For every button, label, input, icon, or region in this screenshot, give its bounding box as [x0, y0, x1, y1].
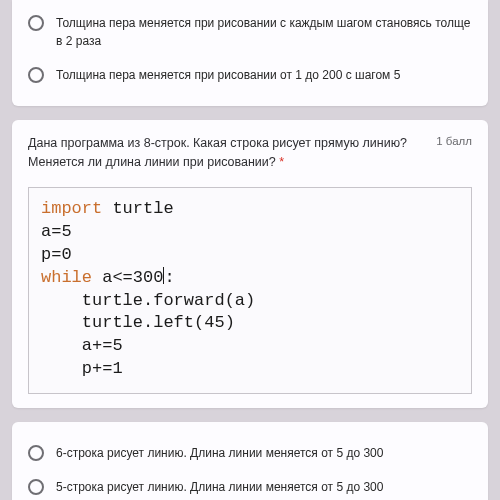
radio-icon[interactable]: [28, 67, 44, 83]
answer-option-text: 6-строка рисует линию. Длина линии меняе…: [56, 444, 383, 462]
code-line-6: turtle.left(45): [41, 313, 235, 332]
code-block: import turtle a=5 p=0 while a<=300: turt…: [28, 187, 472, 395]
code-line-7: a+=5: [41, 336, 123, 355]
code-line-3: p=0: [41, 245, 72, 264]
keyword-while: while: [41, 268, 92, 287]
prev-option-text: Толщина пера меняется при рисовании от 1…: [56, 66, 400, 84]
question-line2: Меняется ли длина линии при рисовании?: [28, 155, 276, 169]
answer-option-row[interactable]: 6-строка рисует линию. Длина линии меняе…: [28, 436, 472, 470]
answer-option-text: 5-строка рисует линию. Длина линии меняе…: [56, 478, 383, 496]
answers-card: 6-строка рисует линию. Длина линии меняе…: [12, 422, 488, 500]
points-label: 1 балл: [436, 134, 472, 147]
question-header: Дана программа из 8-строк. Какая строка …: [28, 134, 472, 173]
question-card: Дана программа из 8-строк. Какая строка …: [12, 120, 488, 408]
radio-icon[interactable]: [28, 15, 44, 31]
radio-icon[interactable]: [28, 479, 44, 495]
code-line-4-rest: a<=300: [92, 268, 163, 287]
code-line-5: turtle.forward(a): [41, 291, 255, 310]
previous-question-card: Толщина пера меняется при рисовании с ка…: [12, 0, 488, 106]
prev-option-text: Толщина пера меняется при рисовании с ка…: [56, 14, 472, 50]
code-line-8: p+=1: [41, 359, 123, 378]
keyword-import: import: [41, 199, 102, 218]
question-line1: Дана программа из 8-строк. Какая строка …: [28, 136, 407, 150]
code-line-4-after: :: [164, 268, 174, 287]
prev-option-row[interactable]: Толщина пера меняется при рисовании от 1…: [28, 58, 472, 92]
radio-icon[interactable]: [28, 445, 44, 461]
code-line-2: a=5: [41, 222, 72, 241]
answer-option-row[interactable]: 5-строка рисует линию. Длина линии меняе…: [28, 470, 472, 500]
question-text: Дана программа из 8-строк. Какая строка …: [28, 134, 407, 173]
prev-option-row[interactable]: Толщина пера меняется при рисовании с ка…: [28, 6, 472, 58]
required-mark: *: [279, 155, 284, 169]
code-line-1-rest: turtle: [102, 199, 173, 218]
